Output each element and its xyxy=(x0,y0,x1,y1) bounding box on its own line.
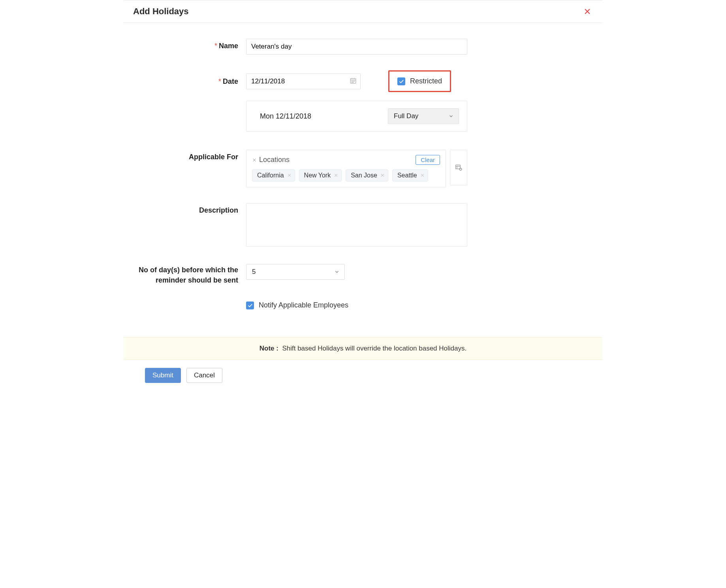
chip-remove-icon[interactable] xyxy=(420,172,425,179)
location-chip: California xyxy=(252,170,295,181)
location-chip-label: New York xyxy=(304,172,331,179)
date-row: Restricted xyxy=(246,70,467,92)
form-body: *Name *Date xyxy=(124,23,602,325)
label-date: *Date xyxy=(124,70,246,86)
dialog-header: Add Holidays xyxy=(124,0,602,23)
location-chip-label: Seattle xyxy=(397,172,417,179)
locations-selector[interactable]: Locations xyxy=(252,156,290,164)
row-date: *Date Restricted xyxy=(124,70,602,132)
svg-point-7 xyxy=(353,81,353,81)
restricted-highlight: Restricted xyxy=(388,70,451,92)
date-input[interactable] xyxy=(246,74,361,89)
notify-checkbox[interactable] xyxy=(246,302,254,309)
note-bar: Note : Shift based Holidays will overrid… xyxy=(124,337,602,360)
description-input[interactable] xyxy=(246,203,467,247)
cancel-button[interactable]: Cancel xyxy=(186,368,222,383)
svg-point-8 xyxy=(354,81,354,81)
note-prefix: Note : xyxy=(260,345,278,352)
chevron-down-icon xyxy=(448,113,454,119)
row-notify: Notify Applicable Employees xyxy=(124,301,602,309)
location-chip-label: San Jose xyxy=(351,172,377,179)
reminder-days-select[interactable]: 5 xyxy=(246,264,345,280)
clear-button[interactable]: Clear xyxy=(416,155,440,165)
location-chip: Seattle xyxy=(392,170,428,181)
svg-point-6 xyxy=(352,81,352,81)
location-chip: New York xyxy=(299,170,342,181)
remove-filter-icon[interactable] xyxy=(252,158,257,162)
filter-settings-icon[interactable] xyxy=(450,150,467,185)
applicable-for-box: Locations Clear CaliforniaNew YorkSan Jo… xyxy=(246,150,446,187)
locations-label: Locations xyxy=(259,156,290,164)
chip-remove-icon[interactable] xyxy=(287,172,292,179)
chip-remove-icon[interactable] xyxy=(334,172,338,179)
chip-remove-icon[interactable] xyxy=(380,172,385,179)
day-panel: Mon 12/11/2018 Full Day xyxy=(246,101,467,132)
day-display: Mon 12/11/2018 xyxy=(260,112,311,121)
required-asterisk: * xyxy=(214,42,217,50)
svg-point-24 xyxy=(459,168,461,170)
calendar-icon[interactable] xyxy=(350,77,357,86)
chevron-down-icon xyxy=(334,269,340,275)
svg-point-9 xyxy=(352,82,352,82)
dialog-footer: Submit Cancel xyxy=(124,360,602,391)
dialog-title: Add Holidays xyxy=(133,6,189,17)
restricted-checkbox[interactable] xyxy=(397,77,405,85)
reminder-days-value: 5 xyxy=(252,268,256,276)
restricted-label: Restricted xyxy=(410,77,442,85)
required-asterisk: * xyxy=(218,77,221,85)
svg-point-10 xyxy=(353,82,353,82)
label-reminder-days: No of day(s) before which the reminder s… xyxy=(124,264,246,285)
note-text: Shift based Holidays will override the l… xyxy=(282,345,466,352)
location-chip: San Jose xyxy=(346,170,388,181)
day-type-value: Full Day xyxy=(394,112,418,120)
row-name: *Name xyxy=(124,39,602,55)
row-applicable-for: Applicable For Locations Clear xyxy=(124,150,602,187)
location-chip-label: California xyxy=(257,172,284,179)
date-input-wrap xyxy=(246,74,361,89)
submit-button[interactable]: Submit xyxy=(145,368,181,383)
location-chip-list: CaliforniaNew YorkSan JoseSeattle xyxy=(252,170,440,181)
notify-label: Notify Applicable Employees xyxy=(259,301,348,309)
row-reminder-days: No of day(s) before which the reminder s… xyxy=(124,264,602,285)
add-holidays-dialog: Add Holidays *Name *Date xyxy=(124,0,602,391)
close-icon[interactable] xyxy=(582,6,593,17)
svg-rect-21 xyxy=(456,165,461,169)
row-description: Description xyxy=(124,203,602,248)
label-description: Description xyxy=(124,203,246,215)
name-input[interactable] xyxy=(246,39,467,55)
label-name: *Name xyxy=(124,39,246,50)
label-applicable-for: Applicable For xyxy=(124,150,246,161)
day-type-select[interactable]: Full Day xyxy=(388,108,459,124)
